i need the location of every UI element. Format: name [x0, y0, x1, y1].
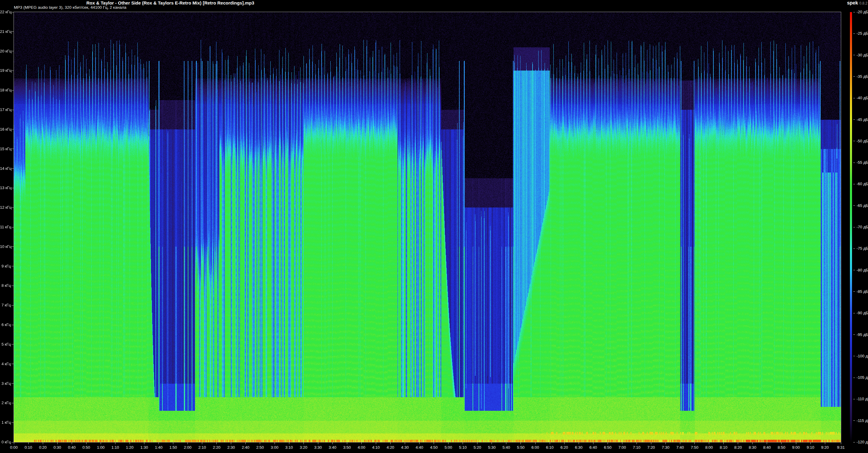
time-tick-label: 0:50	[83, 445, 90, 450]
db-tick	[853, 377, 855, 378]
freq-tick	[11, 325, 13, 325]
freq-tick	[11, 129, 13, 130]
freq-tick-label: 19 кГц	[0, 68, 11, 73]
time-tick	[405, 443, 405, 444]
db-tick	[853, 205, 855, 206]
db-tick-label: -35 дБ	[857, 74, 868, 79]
time-tick	[637, 443, 637, 444]
time-tick	[622, 443, 622, 444]
time-tick-label: 8:30	[749, 445, 756, 450]
freq-tick	[11, 90, 13, 90]
time-tick	[72, 443, 72, 444]
time-tick-label: 3:00	[271, 445, 278, 450]
freq-tick	[11, 344, 13, 344]
freq-tick-label: 10 кГц	[0, 244, 11, 249]
db-tick-label: -55 дБ	[857, 160, 868, 165]
time-tick-label: 3:10	[285, 445, 293, 450]
freq-tick	[11, 31, 13, 32]
db-tick-label: -85 дБ	[857, 289, 868, 294]
time-tick-label: 2:00	[184, 445, 191, 450]
freq-tick-label: 21 кГц	[0, 29, 11, 34]
time-tick-label: 0:20	[39, 445, 46, 450]
spek-version-text: 0.8.2	[859, 1, 867, 5]
time-tick-label: 9:31	[837, 445, 844, 450]
time-tick	[550, 443, 550, 444]
freq-tick-label: 17 кГц	[0, 107, 11, 112]
freq-tick-label: 2 кГц	[0, 400, 11, 405]
time-tick	[796, 443, 796, 444]
time-tick-label: 4:10	[372, 445, 380, 450]
db-tick-label: -60 дБ	[857, 181, 868, 186]
db-tick	[853, 442, 855, 443]
freq-tick-label: 9 кГц	[0, 264, 11, 268]
time-tick-label: 5:10	[459, 445, 467, 450]
time-tick-label: 5:30	[488, 445, 495, 450]
db-tick-label: -30 дБ	[857, 53, 868, 57]
db-tick-label: -90 дБ	[857, 311, 868, 315]
time-tick-label: 6:30	[575, 445, 583, 450]
time-tick	[361, 443, 362, 444]
freq-tick-label: 15 кГц	[0, 147, 11, 151]
time-tick	[521, 443, 521, 444]
db-tick-label: -75 дБ	[857, 246, 868, 251]
db-tick-label: -45 дБ	[857, 117, 868, 122]
db-tick-label: -65 дБ	[857, 203, 868, 208]
freq-tick	[11, 51, 13, 51]
db-tick-label: -120 дБ	[857, 440, 868, 444]
time-tick	[275, 443, 275, 444]
db-tick-label: -20 дБ	[857, 10, 868, 14]
time-tick-label: 3:30	[314, 445, 322, 450]
time-tick-label: 5:40	[502, 445, 510, 450]
time-tick	[477, 443, 477, 444]
time-tick-label: 2:30	[227, 445, 235, 450]
time-tick-label: 7:40	[676, 445, 684, 450]
time-tick	[173, 443, 173, 444]
time-tick	[245, 443, 246, 444]
time-tick-label: 6:10	[546, 445, 553, 450]
time-tick-label: 8:10	[720, 445, 727, 450]
time-tick-label: 4:30	[401, 445, 409, 450]
track-title: Rox & Taylor - Other Side (Rox & Taylors…	[86, 0, 254, 5]
time-tick-label: 6:20	[560, 445, 568, 450]
time-tick-label: 1:30	[141, 445, 148, 450]
time-tick	[694, 443, 695, 444]
freq-tick-label: 12 кГц	[0, 205, 11, 209]
time-tick	[781, 443, 781, 444]
db-gradient-bar	[850, 12, 852, 442]
db-tick-label: -50 дБ	[857, 139, 868, 143]
time-tick-label: 4:20	[387, 445, 394, 450]
freq-tick	[11, 12, 13, 12]
spek-logo-text: spek	[847, 0, 858, 5]
time-tick-label: 2:10	[198, 445, 206, 450]
db-tick	[853, 12, 855, 12]
freq-tick-label: 20 кГц	[0, 49, 11, 53]
audio-format-info: MP3 (MPEG audio layer 3), 320 кбит/сек, …	[14, 5, 126, 10]
time-tick	[651, 443, 651, 444]
time-tick-label: 2:50	[256, 445, 264, 450]
time-tick	[665, 443, 666, 444]
time-tick	[101, 443, 101, 444]
time-tick-label: 5:00	[444, 445, 452, 450]
time-tick	[419, 443, 420, 444]
time-tick	[130, 443, 130, 444]
time-tick	[810, 443, 811, 444]
time-tick	[709, 443, 709, 444]
time-tick-label: 8:50	[778, 445, 785, 450]
time-tick-label: 5:20	[473, 445, 481, 450]
freq-tick	[11, 423, 13, 423]
freq-tick-label: 11 кГц	[0, 225, 11, 229]
db-tick	[853, 76, 855, 77]
db-tick	[853, 119, 855, 120]
freq-tick	[11, 188, 13, 188]
time-tick	[14, 443, 14, 444]
time-tick-label: 1:10	[112, 445, 119, 450]
db-tick-label: -100 дБ	[857, 354, 868, 358]
time-tick	[289, 443, 289, 444]
time-tick-label: 6:50	[604, 445, 612, 450]
db-tick	[853, 55, 855, 55]
time-tick	[260, 443, 260, 444]
time-tick	[448, 443, 448, 444]
freq-tick-label: 5 кГц	[0, 342, 11, 346]
time-tick	[564, 443, 564, 444]
time-tick	[680, 443, 680, 444]
